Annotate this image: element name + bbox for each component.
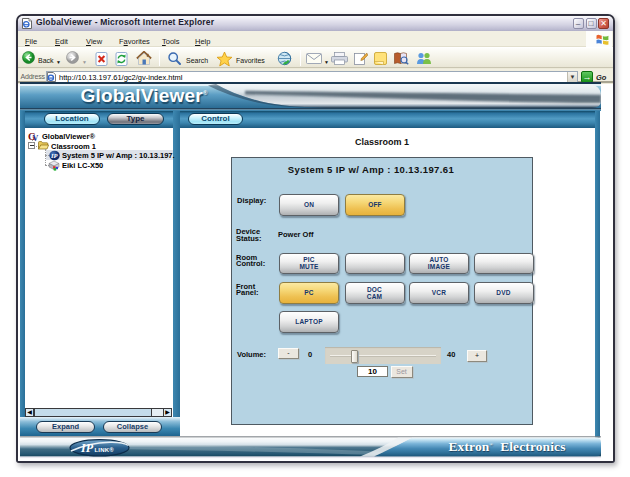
svg-text:IP: IP	[50, 152, 59, 159]
svg-text:IP: IP	[80, 441, 94, 455]
svg-text:LINK®: LINK®	[95, 447, 115, 453]
